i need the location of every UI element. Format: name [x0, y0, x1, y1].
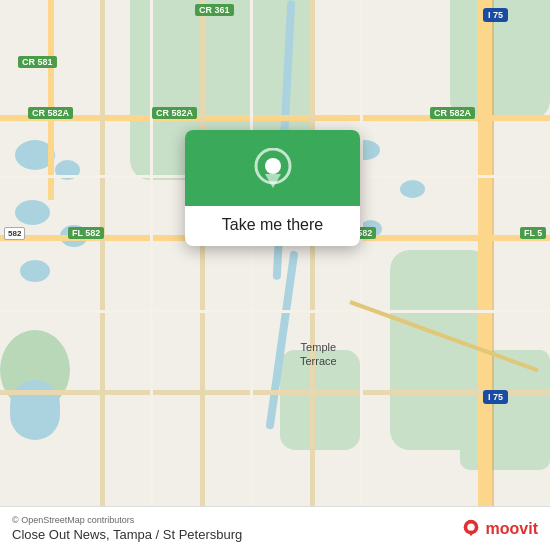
label-cr582a-mid: CR 582A: [152, 107, 197, 119]
i75-center: [492, 0, 494, 550]
water-w1: [15, 200, 50, 225]
location-pin-icon: [253, 148, 293, 192]
bottom-bar: © OpenStreetMap contributors Close Out N…: [0, 506, 550, 550]
water-sw: [10, 380, 60, 440]
label-cr361: CR 361: [195, 4, 234, 16]
osm-attribution: © OpenStreetMap contributors: [12, 515, 242, 525]
popup-card: Take me there: [185, 130, 360, 246]
road-v2: [200, 0, 205, 550]
svg-point-4: [467, 523, 474, 530]
label-cr582a-left: CR 582A: [28, 107, 73, 119]
pin-wrapper: [253, 148, 293, 192]
label-fl582-right: FL 5: [520, 227, 546, 239]
map-container: CR 581 CR 582A CR 582A CR 582A FL 582 FL…: [0, 0, 550, 550]
label-582-left: 582: [4, 227, 25, 240]
road-minor-v2: [250, 0, 253, 550]
moovit-logo: moovit: [460, 518, 538, 540]
popup-header: [185, 130, 360, 206]
water-w3: [20, 260, 50, 282]
road-bottom: [0, 390, 550, 395]
bottom-left: © OpenStreetMap contributors Close Out N…: [12, 515, 242, 542]
take-me-there-button[interactable]: Take me there: [206, 206, 339, 246]
road-v1: [100, 0, 105, 550]
label-temple-terrace: TempleTerrace: [300, 340, 337, 369]
svg-point-1: [265, 158, 281, 174]
app-title: Close Out News, Tampa / St Petersburg: [12, 527, 242, 542]
label-i75-bottom: I 75: [483, 390, 508, 404]
road-minor2: [0, 310, 550, 313]
i75-road: [478, 0, 492, 550]
water-e2: [400, 180, 425, 198]
label-i75-top: I 75: [483, 8, 508, 22]
moovit-icon: [460, 518, 482, 540]
label-cr581: CR 581: [18, 56, 57, 68]
road-v3: [310, 0, 315, 550]
road-minor-v3: [360, 0, 363, 550]
moovit-text: moovit: [486, 520, 538, 538]
label-cr582a-right: CR 582A: [430, 107, 475, 119]
road-cr581: [48, 0, 54, 200]
label-fl582-left: FL 582: [68, 227, 104, 239]
road-minor-v1: [150, 0, 153, 550]
